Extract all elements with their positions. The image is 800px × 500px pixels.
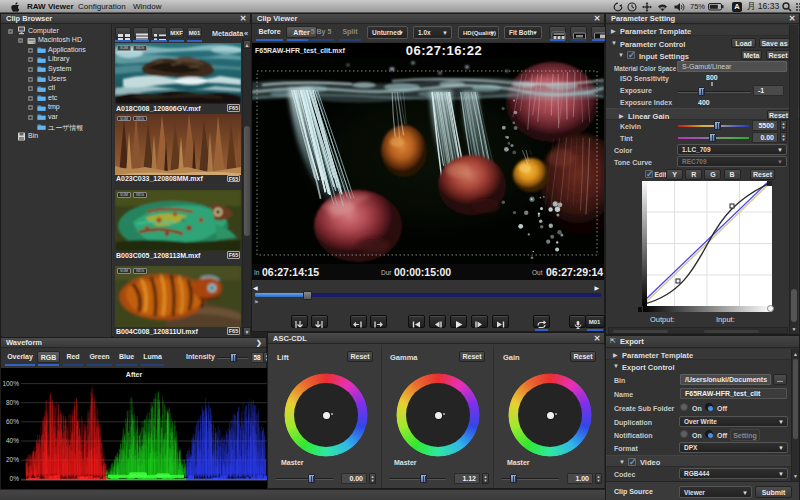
svg-text:40%: 40% [6,437,19,444]
svg-text:80%: 80% [6,399,19,406]
svg-text:0%: 0% [10,475,20,482]
svg-text:60%: 60% [6,418,19,425]
svg-text:100%: 100% [2,380,19,387]
svg-text:After: After [126,371,143,378]
svg-text:20%: 20% [6,456,19,463]
